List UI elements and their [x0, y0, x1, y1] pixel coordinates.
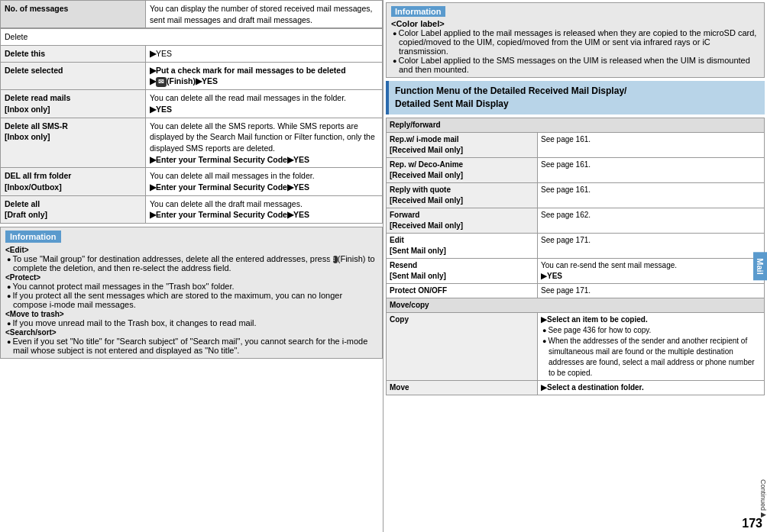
continued-label: Continued▶	[759, 479, 767, 518]
right-information-box: Information <Color label> Color Label ap…	[386, 2, 765, 78]
delete-section-header: Delete	[1, 29, 383, 46]
edit-label: Edit[Sent Mail only]	[387, 233, 538, 258]
del-all-frm-folder-value: You can delete all mail messages in the …	[146, 168, 383, 195]
mail-tab: Mail	[753, 252, 767, 280]
no-of-messages-value: You can display the number of stored rec…	[146, 1, 383, 28]
rep-deco-anime-label: Rep. w/ Deco-Anime[Received Mail only]	[387, 157, 538, 182]
delete-read-mails-label: Delete read mails[Inbox only]	[1, 90, 146, 118]
right-table-wrap: Reply/forward Rep.w/ i-mode mail[Receive…	[384, 118, 767, 395]
rep-i-mode-mail-value: See page 161.	[538, 132, 765, 157]
delete-all-sms-r-value: You can delete all the SMS reports. Whil…	[146, 118, 383, 168]
resend-row: Resend[Sent Mail only] You can re-send t…	[387, 258, 765, 283]
reply-forward-section: Reply/forward	[387, 118, 765, 132]
move-copy-header: Move/copy	[387, 298, 765, 312]
edit-bullet-1: To use "Mail group" for destination addr…	[5, 254, 377, 272]
protect-onoff-value: See page 171.	[538, 283, 765, 298]
rep-i-mode-mail-label: Rep.w/ i-mode mail[Received Mail only]	[387, 132, 538, 157]
copy-row: Copy ▶Select an item to be copied. See p…	[387, 312, 765, 380]
reply-with-quote-value: See page 161.	[538, 182, 765, 208]
delete-selected-value: ▶Put a check mark for mail messages to b…	[146, 62, 383, 89]
move-to-trash-bullet-1: If you move unread mail to the Trash box…	[5, 318, 377, 327]
delete-all-sms-r-row: Delete all SMS-R[Inbox only] You can del…	[1, 118, 383, 168]
color-label-bullet-2: Color Label applied to the SMS messages …	[391, 56, 759, 74]
delete-all-label: Delete all[Draft only]	[1, 195, 146, 223]
reply-with-quote-row: Reply with quote[Received Mail only] See…	[387, 182, 765, 208]
right-panel: Information <Color label> Color Label ap…	[384, 0, 767, 532]
function-header: Function Menu of the Detailed Received M…	[386, 81, 765, 114]
del-all-frm-folder-label: DEL all frm folder[Inbox/Outbox]	[1, 168, 146, 195]
del-all-frm-folder-row: DEL all frm folder[Inbox/Outbox] You can…	[1, 168, 383, 195]
copy-value: ▶Select an item to be copied. See page 4…	[538, 312, 765, 380]
forward-value: See page 162.	[538, 208, 765, 233]
page-number-area: 173	[742, 517, 762, 530]
rep-i-mode-mail-row: Rep.w/ i-mode mail[Received Mail only] S…	[387, 132, 765, 157]
protect-header: <Protect>	[5, 273, 40, 282]
search-sort-bullet-1: Even if you set "No title" for "Search s…	[5, 337, 377, 355]
reply-with-quote-label: Reply with quote[Received Mail only]	[387, 182, 538, 208]
no-of-messages-label: No. of messages	[1, 1, 146, 28]
forward-row: Forward[Received Mail only] See page 162…	[387, 208, 765, 233]
delete-all-value: You can delete all the draft mail messag…	[146, 195, 383, 223]
move-copy-section: Move/copy	[387, 298, 765, 312]
move-label: Move	[387, 380, 538, 395]
color-label-bullet-1: Color Label applied to the mail messages…	[391, 28, 759, 56]
edit-section: <Edit> To use "Mail group" for destinati…	[5, 245, 377, 272]
delete-selected-label: Delete selected	[1, 62, 146, 89]
edit-value: See page 171.	[538, 233, 765, 258]
forward-label: Forward[Received Mail only]	[387, 208, 538, 233]
delete-all-sms-r-label: Delete all SMS-R[Inbox only]	[1, 118, 146, 168]
page-number: 173	[742, 517, 762, 530]
edit-row: Edit[Sent Mail only] See page 171.	[387, 233, 765, 258]
left-information-box: Information <Edit> To use "Mail group" f…	[0, 227, 383, 359]
delete-read-mails-row: Delete read mails[Inbox only] You can de…	[1, 90, 383, 118]
rep-deco-anime-value: See page 161.	[538, 157, 765, 182]
protect-onoff-label: Protect ON/OFF	[387, 283, 538, 298]
move-row: Move ▶Select a destination folder.	[387, 380, 765, 395]
delete-header: Delete	[1, 29, 383, 46]
resend-value: You can re-send the sent mail message.▶Y…	[538, 258, 765, 283]
left-info-title: Information	[5, 231, 61, 243]
protect-bullet-2: If you protect all the sent messages whi…	[5, 291, 377, 309]
rep-deco-anime-row: Rep. w/ Deco-Anime[Received Mail only] S…	[387, 157, 765, 182]
move-to-trash-header: <Move to trash>	[5, 310, 64, 318]
left-panel: No. of messages You can display the numb…	[0, 0, 384, 532]
reply-forward-header: Reply/forward	[387, 118, 765, 132]
protect-section: <Protect> You cannot protect mail messag…	[5, 272, 377, 309]
delete-selected-row: Delete selected ▶Put a check mark for ma…	[1, 62, 383, 89]
protect-bullet-1: You cannot protect mail messages in the …	[5, 282, 377, 291]
no-of-messages-row: No. of messages You can display the numb…	[1, 1, 383, 28]
resend-label: Resend[Sent Mail only]	[387, 258, 538, 283]
delete-this-row: Delete this ▶YES	[1, 46, 383, 63]
right-info-title: Information	[391, 6, 445, 17]
right-table: Reply/forward Rep.w/ i-mode mail[Receive…	[386, 118, 765, 395]
delete-this-value: ▶YES	[146, 46, 383, 63]
search-sort-header: <Search/sort>	[5, 328, 57, 337]
move-value: ▶Select a destination folder.	[538, 380, 765, 395]
protect-onoff-row: Protect ON/OFF See page 171.	[387, 283, 765, 298]
edit-header: <Edit>	[5, 246, 29, 254]
color-label-header: <Color label>	[391, 19, 445, 28]
copy-label: Copy	[387, 312, 538, 380]
search-sort-section: <Search/sort> Even if you set "No title"…	[5, 327, 377, 355]
delete-all-row: Delete all[Draft only] You can delete al…	[1, 195, 383, 223]
move-to-trash-section: <Move to trash> If you move unread mail …	[5, 309, 377, 327]
delete-read-mails-value: You can delete all the read mail message…	[146, 90, 383, 118]
color-label-section: <Color label> Color Label applied to the…	[391, 19, 759, 74]
delete-this-label: Delete this	[1, 46, 146, 63]
